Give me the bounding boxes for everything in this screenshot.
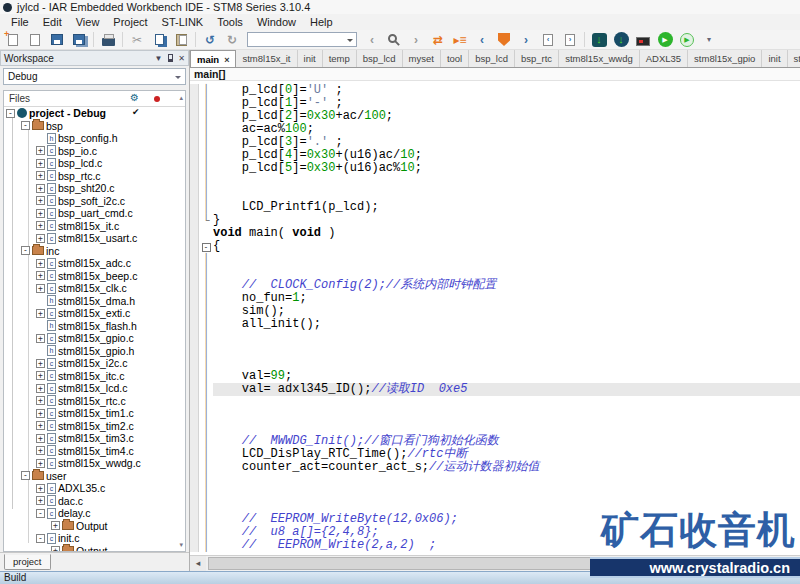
tab-stm8l15x[interactable]: stm8l15x (788, 50, 800, 67)
breakpoint-gutter[interactable] (190, 266, 199, 279)
collapse-icon[interactable]: - (6, 109, 15, 118)
fold-margin[interactable]: │ (199, 409, 213, 422)
tree-scroll-up-icon[interactable]: ▴ (179, 94, 183, 102)
code-line[interactable]: void main( void ) (190, 227, 800, 240)
fold-margin[interactable]: │ (199, 162, 213, 175)
tab-bsp-lcd[interactable]: bsp_lcd (357, 50, 403, 67)
undo-icon[interactable]: ↺ (200, 31, 220, 49)
save-all-icon[interactable] (69, 31, 89, 49)
expand-icon[interactable]: + (36, 446, 45, 455)
expand-icon[interactable]: + (36, 309, 45, 318)
breakpoint-gutter[interactable] (190, 357, 199, 370)
scroll-left-icon[interactable]: ◂ (190, 556, 206, 571)
fold-margin[interactable]: │ (199, 474, 213, 487)
breakpoint-gutter[interactable] (190, 370, 199, 383)
tree-item-stm8l15x-usart-c[interactable]: +cstm8l15x_usart.c (4, 232, 175, 245)
fold-margin[interactable]: │ (199, 123, 213, 136)
breakpoint-gutter[interactable] (190, 344, 199, 357)
toggle-bookmark-arrows-icon[interactable]: ⇄ (428, 31, 448, 49)
tab-init[interactable]: init (298, 50, 323, 67)
tree-item-output[interactable]: +Output (4, 520, 175, 533)
fold-margin[interactable]: │ (199, 448, 213, 461)
download-active-application-icon[interactable]: ↓ (611, 31, 631, 49)
tree-item-bsp[interactable]: -bsp (4, 120, 175, 133)
expand-icon[interactable]: + (36, 171, 45, 180)
tree-scroll-down-icon[interactable]: ▾ (179, 541, 183, 549)
breakpoint-gutter[interactable] (190, 396, 199, 409)
expand-icon[interactable]: + (36, 334, 45, 343)
tree-item-stm8l15x-i2c-c[interactable]: +cstm8l15x_i2c.c (4, 357, 175, 370)
menu-edit[interactable]: Edit (36, 14, 69, 30)
breakpoint-gutter[interactable] (190, 240, 199, 253)
expand-icon[interactable]: + (36, 146, 45, 155)
fold-margin[interactable]: │ (199, 110, 213, 123)
copy-icon[interactable] (149, 31, 169, 49)
expand-icon[interactable]: + (36, 409, 45, 418)
tab-stm8l15x-wwdg[interactable]: stm8l15x_wwdg (559, 50, 640, 67)
previous-bookmark-icon[interactable]: ‹ (472, 31, 492, 49)
tree-item-adxl35-c[interactable]: +cADXL35.c (4, 482, 175, 495)
expand-icon[interactable]: + (36, 221, 45, 230)
tab-init[interactable]: init (762, 50, 787, 67)
expand-icon[interactable]: + (36, 484, 45, 493)
expand-icon[interactable]: + (36, 496, 45, 505)
fold-margin[interactable]: │ (199, 500, 213, 513)
tab-main[interactable]: main× (190, 50, 236, 67)
fold-margin[interactable] (199, 227, 213, 240)
menu-tools[interactable]: Tools (210, 14, 250, 30)
fold-margin[interactable]: - (199, 240, 213, 253)
code-editor[interactable]: │ p_lcd[0]='U' ;│ p_lcd[1]='-' ;│ p_lcd[… (190, 81, 800, 555)
breakpoint-gutter[interactable] (190, 110, 199, 123)
workspace-menu-icon[interactable]: ▼ (154, 54, 162, 63)
breakpoint-gutter[interactable] (190, 409, 199, 422)
fold-margin[interactable]: │ (199, 266, 213, 279)
breakpoint-gutter[interactable] (190, 513, 199, 526)
tree-item-stm8l15x-flash-h[interactable]: hstm8l15x_flash.h (4, 320, 175, 333)
breakpoint-gutter[interactable] (190, 279, 199, 292)
search-next-icon[interactable]: › (406, 31, 426, 49)
expand-icon[interactable]: + (36, 271, 45, 280)
code-line[interactable]: │ all_init(); (190, 318, 800, 331)
fold-margin[interactable]: │ (199, 513, 213, 526)
tree-item-stm8l15x-wwdg-c[interactable]: +cstm8l15x_wwdg.c (4, 457, 175, 470)
menu-help[interactable]: Help (303, 14, 340, 30)
expand-icon[interactable]: + (36, 396, 45, 405)
fold-margin[interactable]: │ (199, 331, 213, 344)
tree-item-stm8l15x-tim3-c[interactable]: +cstm8l15x_tim3.c (4, 432, 175, 445)
save-icon[interactable] (47, 31, 67, 49)
tree-item-stm8l15x-gpio-h[interactable]: hstm8l15x_gpio.h (4, 345, 175, 358)
breakpoint-gutter[interactable] (190, 318, 199, 331)
breakpoint-gutter[interactable] (190, 435, 199, 448)
expand-icon[interactable]: + (51, 546, 60, 551)
tab-temp[interactable]: temp (323, 50, 357, 67)
menu-view[interactable]: View (69, 14, 107, 30)
fold-margin[interactable]: │ (199, 344, 213, 357)
expand-icon[interactable]: + (36, 159, 45, 168)
breakpoint-gutter[interactable] (190, 97, 199, 110)
tree-item-stm8l15x-exti-c[interactable]: +cstm8l15x_exti.c (4, 307, 175, 320)
configuration-dropdown[interactable]: Debug (3, 68, 186, 85)
fold-margin[interactable]: │ (199, 396, 213, 409)
fold-margin[interactable]: │ (199, 201, 213, 214)
code-line[interactable]: │ (190, 396, 800, 409)
fold-margin[interactable]: │ (199, 422, 213, 435)
tree-item-stm8l15x-adc-c[interactable]: +cstm8l15x_adc.c (4, 257, 175, 270)
breakpoint-gutter[interactable] (190, 526, 199, 539)
breakpoint-gutter[interactable] (190, 331, 199, 344)
code-line[interactable]: │ p_lcd[5]=0x30+(u16)ac%10; (190, 162, 800, 175)
options-gear-icon[interactable]: ⚙ (130, 92, 139, 103)
paste-icon[interactable] (171, 31, 191, 49)
shield-badge-icon[interactable] (494, 31, 514, 49)
search-prev-icon[interactable]: ‹ (362, 31, 382, 49)
menu-project[interactable]: Project (106, 14, 154, 30)
search-icon[interactable] (384, 31, 404, 49)
expand-icon[interactable]: + (36, 421, 45, 430)
fold-margin[interactable]: │ (199, 279, 213, 292)
fold-margin[interactable]: │ (199, 253, 213, 266)
menu-st-link[interactable]: ST-LINK (155, 14, 211, 30)
breakpoint-gutter[interactable] (190, 500, 199, 513)
download-and-debug-icon[interactable]: ▶ (655, 31, 675, 49)
new-document-icon[interactable] (3, 31, 23, 49)
breakpoint-gutter[interactable] (190, 227, 199, 240)
code-line[interactable]: -{ (190, 240, 800, 253)
